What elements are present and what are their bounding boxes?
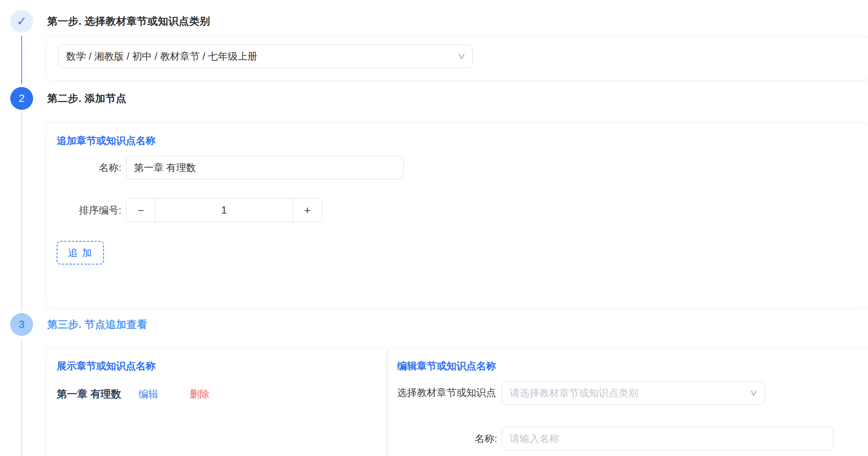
node-item-name: 第一章 有理数 xyxy=(57,387,121,401)
order-stepper: − 1 + xyxy=(126,198,322,222)
display-panel-heading: 展示章节或知识点名称 xyxy=(57,358,156,374)
step-3-title: 第三步. 节点追加查看 xyxy=(47,313,148,336)
edit-name-input[interactable] xyxy=(502,427,833,450)
step-2-card: 追加章节或知识点名称 名称: 排序编号: − 1 + 追 加 xyxy=(46,123,868,308)
edit-panel-heading: 编辑章节或知识点名称 xyxy=(397,358,496,374)
check-icon: ✓ xyxy=(17,15,27,27)
order-label: 排序编号: xyxy=(47,198,121,222)
chevron-down-icon: ∨ xyxy=(457,52,466,60)
step-1-icon: ✓ xyxy=(10,10,33,33)
edit-link[interactable]: 编辑 xyxy=(138,388,158,401)
step-2-connector xyxy=(21,113,22,310)
step-1-title: 第一步. 选择教材章节或知识点类别 xyxy=(47,10,210,33)
step-3-icon: 3 xyxy=(10,313,33,336)
node-select-label: 选择教材章节或知识点 xyxy=(397,381,496,404)
step-2-icon: 2 xyxy=(10,87,33,110)
step-3-number: 3 xyxy=(19,318,25,331)
stepper-value[interactable]: 1 xyxy=(155,199,293,222)
edit-panel: 编辑章节或知识点名称 选择教材章节或知识点 请选择教材章节或知识点类别 ∨ 名称… xyxy=(388,348,868,456)
name-input[interactable] xyxy=(126,156,403,179)
step-2-number: 2 xyxy=(19,92,25,104)
node-select[interactable]: 请选择教材章节或知识点类别 ∨ xyxy=(502,381,765,405)
delete-link[interactable]: 删除 xyxy=(190,388,210,401)
stepper-plus-button[interactable]: + xyxy=(293,199,322,222)
name-input-box xyxy=(126,156,404,179)
name-label: 名称: xyxy=(47,156,121,179)
chevron-down-icon: ∨ xyxy=(749,388,758,397)
edit-name-label: 名称: xyxy=(421,427,497,450)
step-3-connector xyxy=(21,339,22,456)
node-select-placeholder: 请选择教材章节或知识点类别 xyxy=(502,386,638,400)
display-panel: 展示章节或知识点名称 第一章 有理数 编辑 删除 xyxy=(46,348,387,456)
edit-name-input-box xyxy=(502,427,833,450)
page: ✓ 2 3 第一步. 选择教材章节或知识点类别 第二步. 添加节点 第三步. 节… xyxy=(0,0,868,456)
step-2-title: 第二步. 添加节点 xyxy=(47,87,127,110)
category-select[interactable]: 数学 / 湘教版 / 初中 / 教材章节 / 七年级上册 ∨ xyxy=(58,44,473,68)
category-select-value: 数学 / 湘教版 / 初中 / 教材章节 / 七年级上册 xyxy=(59,50,258,63)
stepper-minus-button[interactable]: − xyxy=(126,199,155,222)
append-section-heading: 追加章节或知识点名称 xyxy=(57,133,156,148)
step-1-card: 数学 / 湘教版 / 初中 / 教材章节 / 七年级上册 ∨ xyxy=(46,36,868,81)
append-button[interactable]: 追 加 xyxy=(57,241,104,264)
step-1-connector xyxy=(21,36,22,84)
